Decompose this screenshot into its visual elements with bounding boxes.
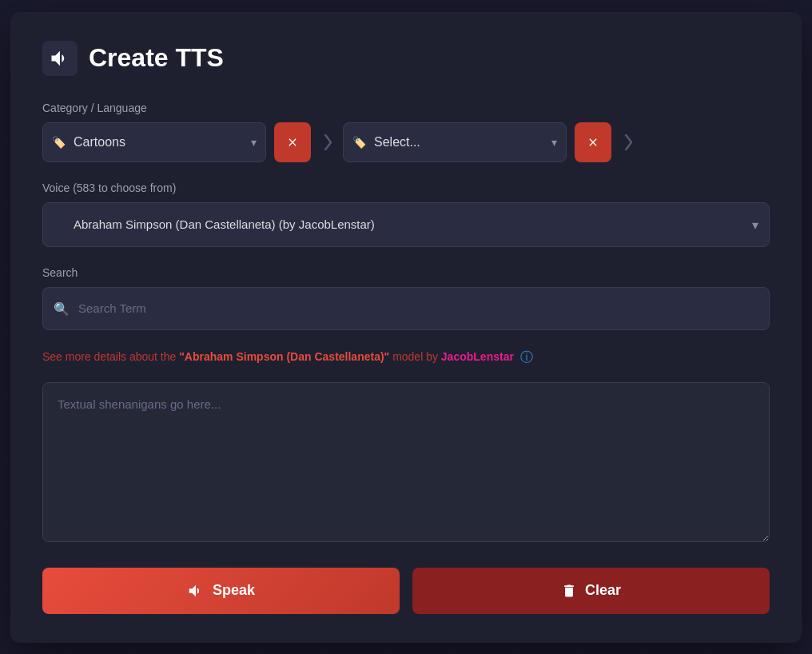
page-title-row: Create TTS xyxy=(42,41,770,76)
category-row: 🏷️ Cartoons ▾ 🏷️ xyxy=(42,122,770,162)
page-title: Create TTS xyxy=(89,43,224,73)
forward-arrow-button-2[interactable] xyxy=(619,134,635,150)
model-info-middle: model by xyxy=(392,350,441,363)
search-input[interactable] xyxy=(42,287,770,330)
category-select-wrapper: 🏷️ Cartoons ▾ xyxy=(42,122,266,162)
language-select[interactable]: Select... xyxy=(343,122,567,162)
speak-button-label: Speak xyxy=(213,582,255,599)
voice-select[interactable]: Abraham Simpson (Dan Castellaneta) (by J… xyxy=(42,202,770,247)
model-name-highlight: "Abraham Simpson (Dan Castellaneta)" xyxy=(179,350,389,363)
category-label: Category / Language xyxy=(42,102,770,114)
tts-textarea[interactable] xyxy=(42,382,770,542)
info-circle-icon[interactable]: ⓘ xyxy=(520,350,533,364)
search-wrapper: 🔍 xyxy=(42,287,770,330)
model-author-link[interactable]: JacobLenstar xyxy=(441,350,514,363)
tts-icon xyxy=(42,41,78,76)
search-label: Search xyxy=(42,266,770,279)
voice-label: Voice (583 to choose from) xyxy=(42,181,770,194)
clear-button-label: Clear xyxy=(585,582,621,599)
category-select[interactable]: Cartoons xyxy=(42,122,266,162)
clear-category-button[interactable] xyxy=(274,122,311,162)
action-buttons-row: Speak Clear xyxy=(42,568,770,614)
category-section: Category / Language 🏷️ Cartoons ▾ xyxy=(42,102,770,162)
language-select-wrapper: 🏷️ Select... ▾ xyxy=(343,122,567,162)
model-info-text: See more details about the "Abraham Simp… xyxy=(42,349,770,366)
create-tts-modal: Create TTS Category / Language 🏷️ Cartoo… xyxy=(10,12,802,643)
clear-language-button[interactable] xyxy=(575,122,611,162)
model-info-prefix: See more details about the xyxy=(42,350,179,363)
voice-section: Voice (583 to choose from) 🎤 Abraham Sim… xyxy=(42,181,770,247)
text-area-wrapper xyxy=(42,382,770,545)
speak-button[interactable]: Speak xyxy=(42,568,400,614)
forward-arrow-button[interactable] xyxy=(319,134,335,150)
search-section: Search 🔍 xyxy=(42,266,770,330)
clear-button[interactable]: Clear xyxy=(412,568,770,614)
voice-select-wrapper: 🎤 Abraham Simpson (Dan Castellaneta) (by… xyxy=(42,202,770,247)
